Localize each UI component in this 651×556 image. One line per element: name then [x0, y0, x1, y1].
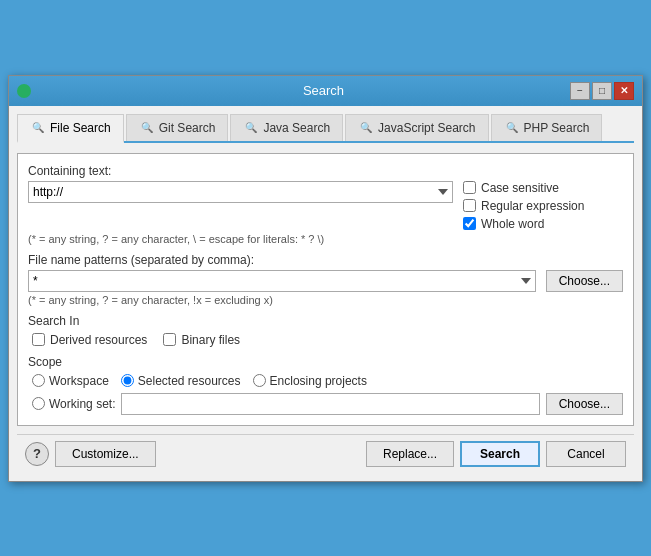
- title-bar: Search − □ ✕: [9, 76, 642, 106]
- derived-resources-row: Derived resources: [32, 333, 147, 347]
- help-button[interactable]: ?: [25, 442, 49, 466]
- working-set-input[interactable]: [121, 393, 539, 415]
- workspace-radio-row: Workspace: [32, 374, 109, 388]
- file-patterns-group: File name patterns (separated by comma):…: [28, 253, 623, 306]
- case-sensitive-checkbox[interactable]: [463, 181, 476, 194]
- case-sensitive-row: Case sensitive: [463, 181, 623, 195]
- tab-git-search-label: Git Search: [159, 121, 216, 135]
- dialog-title: Search: [77, 83, 570, 98]
- tab-php-search[interactable]: 🔍 PHP Search: [491, 114, 603, 141]
- derived-resources-label: Derived resources: [50, 333, 147, 347]
- choose-file-patterns-button[interactable]: Choose...: [546, 270, 623, 292]
- scope-title: Scope: [28, 355, 623, 369]
- title-controls: − □ ✕: [570, 82, 634, 100]
- tab-file-search[interactable]: 🔍 File Search: [17, 114, 124, 143]
- whole-word-row: Whole word: [463, 217, 623, 231]
- file-search-tab-icon: 🔍: [30, 120, 46, 136]
- workspace-radio[interactable]: [32, 374, 45, 387]
- file-patterns-label: File name patterns (separated by comma):: [28, 253, 623, 267]
- enclosing-projects-label: Enclosing projects: [270, 374, 367, 388]
- git-search-tab-icon: 🔍: [139, 120, 155, 136]
- tab-java-search[interactable]: 🔍 Java Search: [230, 114, 343, 141]
- choose-working-set-button[interactable]: Choose...: [546, 393, 623, 415]
- file-patterns-row: * Choose...: [28, 270, 623, 292]
- tab-javascript-search-label: JavaScript Search: [378, 121, 475, 135]
- binary-files-checkbox[interactable]: [163, 333, 176, 346]
- php-search-tab-icon: 🔍: [504, 120, 520, 136]
- containing-text-hint: (* = any string, ? = any character, \ = …: [28, 233, 623, 245]
- search-in-row: Derived resources Binary files: [32, 333, 623, 347]
- working-set-row: Working set: Choose...: [32, 393, 623, 415]
- minimize-button[interactable]: −: [570, 82, 590, 100]
- text-options: Case sensitive Regular expression Whole …: [463, 181, 623, 231]
- containing-text-label: Containing text:: [28, 164, 623, 178]
- replace-button[interactable]: Replace...: [366, 441, 454, 467]
- tab-file-search-label: File Search: [50, 121, 111, 135]
- java-search-tab-icon: 🔍: [243, 120, 259, 136]
- tab-bar: 🔍 File Search 🔍 Git Search 🔍 Java Search…: [17, 114, 634, 143]
- bottom-bar: ? Customize... Replace... Search Cancel: [17, 434, 634, 473]
- working-set-radio[interactable]: [32, 397, 45, 410]
- binary-files-row: Binary files: [163, 333, 240, 347]
- regular-expression-checkbox[interactable]: [463, 199, 476, 212]
- search-dialog: Search − □ ✕ 🔍 File Search 🔍 Git Search …: [8, 75, 643, 482]
- regular-expression-row: Regular expression: [463, 199, 623, 213]
- customize-button[interactable]: Customize...: [55, 441, 156, 467]
- tab-git-search[interactable]: 🔍 Git Search: [126, 114, 229, 141]
- search-in-group: Search In Derived resources Binary files: [28, 314, 623, 347]
- js-search-tab-icon: 🔍: [358, 120, 374, 136]
- whole-word-label: Whole word: [481, 217, 544, 231]
- tab-php-search-label: PHP Search: [524, 121, 590, 135]
- form-area: Containing text: http:// Case sensitive …: [17, 153, 634, 426]
- scope-group: Scope Workspace Selected resources Enclo…: [28, 355, 623, 415]
- search-in-title: Search In: [28, 314, 623, 328]
- binary-files-label: Binary files: [181, 333, 240, 347]
- cancel-button[interactable]: Cancel: [546, 441, 626, 467]
- window-body: 🔍 File Search 🔍 Git Search 🔍 Java Search…: [9, 106, 642, 481]
- tab-java-search-label: Java Search: [263, 121, 330, 135]
- enclosing-projects-radio[interactable]: [253, 374, 266, 387]
- search-button[interactable]: Search: [460, 441, 540, 467]
- tab-javascript-search[interactable]: 🔍 JavaScript Search: [345, 114, 488, 141]
- derived-resources-checkbox[interactable]: [32, 333, 45, 346]
- regular-expression-label: Regular expression: [481, 199, 584, 213]
- containing-text-row: http:// Case sensitive Regular expressio…: [28, 181, 623, 231]
- close-button[interactable]: ✕: [614, 82, 634, 100]
- case-sensitive-label: Case sensitive: [481, 181, 559, 195]
- enclosing-projects-radio-row: Enclosing projects: [253, 374, 367, 388]
- file-patterns-hint: (* = any string, ? = any character, !x =…: [28, 294, 623, 306]
- selected-resources-radio[interactable]: [121, 374, 134, 387]
- working-set-radio-row: Working set:: [32, 397, 115, 411]
- scope-radios: Workspace Selected resources Enclosing p…: [32, 374, 623, 388]
- file-patterns-input[interactable]: *: [28, 270, 536, 292]
- containing-text-input[interactable]: http://: [28, 181, 453, 203]
- maximize-button[interactable]: □: [592, 82, 612, 100]
- working-set-label: Working set:: [49, 397, 115, 411]
- workspace-label: Workspace: [49, 374, 109, 388]
- selected-resources-radio-row: Selected resources: [121, 374, 241, 388]
- selected-resources-label: Selected resources: [138, 374, 241, 388]
- containing-text-group: Containing text: http:// Case sensitive …: [28, 164, 623, 245]
- whole-word-checkbox[interactable]: [463, 217, 476, 230]
